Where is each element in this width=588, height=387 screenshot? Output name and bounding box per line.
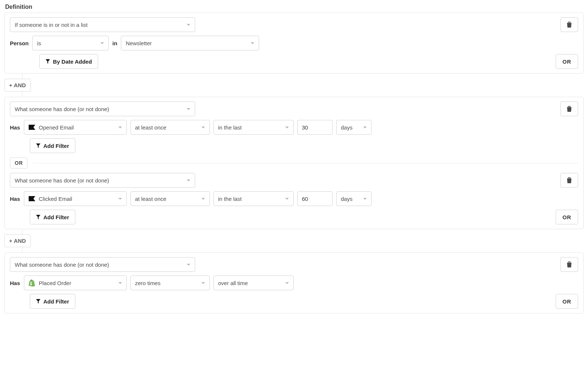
- or-button[interactable]: OR: [556, 210, 578, 224]
- filter-icon: [36, 143, 40, 148]
- chevron-down-icon: [285, 282, 289, 284]
- event-select[interactable]: Opened Email: [24, 120, 127, 135]
- filter-icon: [36, 299, 40, 303]
- event-select[interactable]: Clicked Email: [24, 191, 127, 206]
- frequency-label: at least once: [135, 124, 166, 131]
- event-label: Clicked Email: [39, 196, 72, 202]
- trash-icon: [567, 106, 572, 112]
- condition-group-3: What someone has done (or not done) Has …: [4, 252, 584, 313]
- is-select[interactable]: is: [32, 36, 109, 50]
- chevron-down-icon: [285, 127, 289, 128]
- chevron-down-icon: [100, 42, 104, 44]
- frequency-label: at least once: [135, 196, 166, 202]
- chevron-down-icon: [187, 264, 190, 266]
- shopify-icon: [29, 279, 35, 287]
- condition-type-select[interactable]: If someone is in or not in a list: [10, 17, 195, 32]
- or-chip: OR: [10, 157, 28, 168]
- and-button[interactable]: + AND: [4, 79, 31, 92]
- delete-button[interactable]: [560, 102, 578, 116]
- time-unit-label: days: [341, 124, 353, 131]
- frequency-select[interactable]: at least once: [130, 120, 210, 135]
- add-filter-label: Add Filter: [43, 298, 69, 305]
- trash-icon: [567, 177, 572, 183]
- add-filter-label: Add Filter: [43, 214, 69, 220]
- time-unit-select[interactable]: days: [336, 120, 372, 135]
- event-label: Placed Order: [39, 280, 71, 286]
- plus-icon: +: [9, 238, 12, 244]
- timerange-label: over all time: [218, 280, 248, 286]
- frequency-select[interactable]: zero times: [130, 276, 210, 290]
- has-label: Has: [10, 124, 20, 131]
- chevron-down-icon: [285, 198, 289, 200]
- chevron-down-icon: [201, 282, 205, 284]
- chevron-down-icon: [201, 198, 205, 200]
- chevron-down-icon: [363, 198, 367, 200]
- time-unit-select[interactable]: days: [336, 191, 372, 206]
- list-select-label: Newsletter: [126, 40, 152, 46]
- klaviyo-flag-icon: [29, 196, 35, 201]
- condition-group-2: What someone has done (or not done) Has …: [4, 97, 584, 229]
- timerange-label: in the last: [218, 196, 242, 202]
- and-label: AND: [14, 82, 26, 88]
- has-label: Has: [10, 196, 20, 202]
- chevron-down-icon: [187, 180, 190, 181]
- chevron-down-icon: [363, 127, 367, 128]
- add-filter-button[interactable]: Add Filter: [30, 294, 75, 309]
- is-select-label: is: [37, 40, 41, 46]
- timerange-select[interactable]: over all time: [214, 276, 294, 290]
- event-select[interactable]: Placed Order: [24, 276, 127, 290]
- divider-line: [33, 163, 578, 163]
- condition-type-label: What someone has done (or not done): [15, 177, 109, 184]
- condition-type-label: What someone has done (or not done): [15, 262, 109, 268]
- in-label: in: [112, 40, 117, 46]
- chevron-down-icon: [251, 42, 254, 44]
- condition-type-label: If someone is in or not in a list: [15, 22, 87, 28]
- by-date-added-label: By Date Added: [53, 58, 92, 65]
- filter-icon: [46, 59, 50, 64]
- has-label: Has: [10, 280, 20, 286]
- add-filter-button[interactable]: Add Filter: [30, 210, 75, 224]
- delete-button[interactable]: [560, 173, 578, 188]
- chevron-down-icon: [118, 198, 122, 200]
- delete-button[interactable]: [560, 17, 578, 32]
- trash-icon: [567, 22, 572, 28]
- trash-icon: [567, 262, 572, 267]
- chevron-down-icon: [118, 282, 122, 284]
- frequency-select[interactable]: at least once: [130, 191, 210, 206]
- add-filter-button[interactable]: Add Filter: [30, 138, 75, 153]
- condition-group-1: If someone is in or not in a list Person…: [4, 13, 584, 74]
- condition-type-select[interactable]: What someone has done (or not done): [10, 257, 195, 272]
- plus-icon: +: [9, 82, 12, 88]
- chevron-down-icon: [187, 108, 190, 110]
- condition-type-label: What someone has done (or not done): [15, 106, 109, 112]
- time-value-input[interactable]: 60: [297, 191, 333, 206]
- timerange-select[interactable]: in the last: [214, 120, 294, 135]
- chevron-down-icon: [187, 24, 190, 26]
- timerange-select[interactable]: in the last: [214, 191, 294, 206]
- person-label: Person: [10, 40, 29, 46]
- chevron-down-icon: [201, 127, 205, 128]
- time-unit-label: days: [341, 196, 353, 202]
- frequency-label: zero times: [135, 280, 161, 286]
- add-filter-label: Add Filter: [43, 143, 69, 149]
- by-date-added-button[interactable]: By Date Added: [39, 54, 98, 69]
- delete-button[interactable]: [560, 257, 578, 272]
- and-connector: + AND: [4, 74, 584, 97]
- condition-type-select[interactable]: What someone has done (or not done): [10, 173, 195, 188]
- event-label: Opened Email: [39, 124, 74, 131]
- filter-icon: [36, 215, 40, 219]
- time-value-input[interactable]: 30: [297, 120, 333, 135]
- chevron-down-icon: [118, 127, 122, 128]
- and-label: AND: [14, 238, 26, 244]
- or-divider: OR: [10, 157, 578, 168]
- condition-type-select[interactable]: What someone has done (or not done): [10, 102, 195, 116]
- and-connector: + AND: [4, 229, 584, 252]
- or-button[interactable]: OR: [556, 54, 578, 69]
- and-button[interactable]: + AND: [4, 234, 31, 247]
- or-button[interactable]: OR: [556, 294, 578, 309]
- klaviyo-flag-icon: [29, 125, 35, 130]
- list-select[interactable]: Newsletter: [121, 36, 259, 50]
- section-heading: Definition: [5, 4, 584, 10]
- timerange-label: in the last: [218, 124, 242, 131]
